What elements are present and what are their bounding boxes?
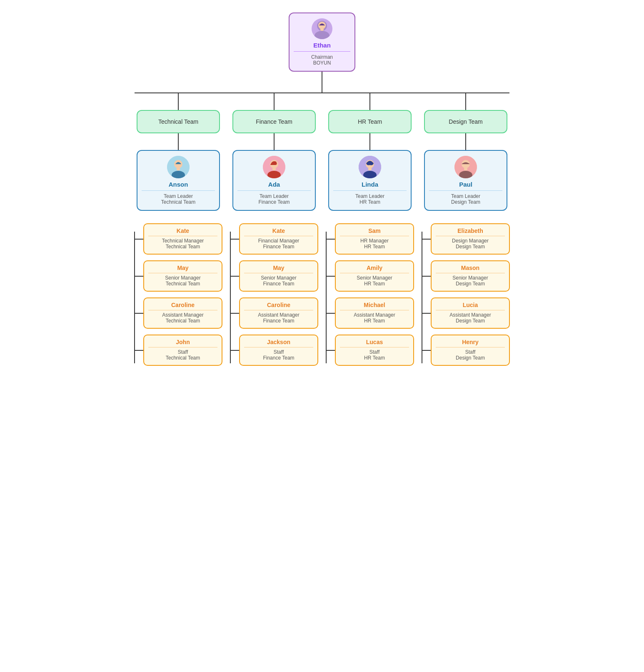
leader-node-ada: Ada Team Leader Finance Team	[232, 150, 316, 211]
staff-dept: HR Team	[340, 355, 409, 361]
staff-item: SamHR ManagerHR Team	[335, 223, 414, 255]
staff-name: May	[148, 265, 217, 271]
team-node-hr: HR Team	[328, 110, 412, 133]
staff-node: LucasStaffHR Team	[335, 335, 414, 366]
staff-tick	[134, 350, 143, 351]
staff-list-hr: SamHR ManagerHR TeamAmilySenior ManagerH…	[335, 223, 414, 366]
team-label-finance: Finance Team	[256, 118, 292, 125]
staff-tick	[230, 350, 239, 351]
staff-node: SamHR ManagerHR Team	[335, 223, 414, 255]
staff-tick	[230, 313, 239, 314]
staff-dept: Technical Team	[148, 281, 217, 287]
staff-tick	[326, 313, 335, 314]
staff-divider	[148, 236, 217, 236]
staff-section-technical: KateTechnical ManagerTechnical TeamMaySe…	[134, 223, 222, 372]
staff-node: MaySenior ManagerTechnical Team	[143, 260, 222, 292]
avatar	[312, 18, 332, 39]
svg-point-1	[315, 31, 329, 39]
leader-node-paul: Paul Team Leader Design Team	[424, 150, 507, 211]
leader-role-ada: Team Leader	[237, 193, 311, 199]
staff-tick	[230, 239, 239, 240]
team-node-finance: Finance Team	[232, 110, 316, 133]
vline-h1	[369, 93, 370, 110]
team-label-technical: Technical Team	[158, 118, 198, 125]
staff-name: Lucas	[340, 339, 409, 345]
staff-node: AmilySenior ManagerHR Team	[335, 260, 414, 292]
staff-section-finance: KateFinancial ManagerFinance TeamMaySeni…	[230, 223, 318, 372]
staff-item: ElizabethDesign ManagerDesign Team	[431, 223, 510, 255]
root-section: Ethan Chairman BOYUN	[289, 12, 355, 92]
staff-role: Senior Manager	[244, 275, 313, 281]
staff-name: Elizabeth	[436, 227, 505, 234]
staff-role: Financial Manager	[244, 238, 313, 244]
svg-rect-10	[272, 167, 276, 170]
staff-name: Michael	[340, 302, 409, 308]
staff-item: JohnStaffTechnical Team	[143, 335, 222, 366]
staff-node: CarolineAssistant ManagerFinance Team	[239, 297, 318, 329]
staff-dept: Finance Team	[244, 281, 313, 287]
staff-divider	[340, 310, 409, 310]
staff-role: Staff	[340, 349, 409, 355]
staff-divider	[436, 236, 505, 236]
staff-divider	[340, 347, 409, 347]
staff-list-technical: KateTechnical ManagerTechnical TeamMaySe…	[143, 223, 222, 366]
root-vline	[322, 72, 322, 92]
staff-node: KateTechnical ManagerTechnical Team	[143, 223, 222, 255]
level1-hline	[135, 92, 509, 93]
staff-item: MaySenior ManagerFinance Team	[239, 260, 318, 292]
staff-name: May	[244, 265, 313, 271]
staff-name: Caroline	[244, 302, 313, 308]
staff-dept: Finance Team	[244, 244, 313, 250]
staff-node: LuciaAssistant ManagerDesign Team	[431, 297, 510, 329]
staff-tick	[230, 276, 239, 277]
leader-node-linda: Linda Team Leader HR Team	[328, 150, 412, 211]
branch-technical: Technical Team Anson	[135, 93, 222, 372]
staff-divider	[244, 310, 313, 310]
team-label-design: Design Team	[449, 118, 482, 125]
staff-role: Senior Manager	[148, 275, 217, 281]
branch-design: Design Team Paul Te	[422, 93, 509, 372]
staff-node: MaySenior ManagerFinance Team	[239, 260, 318, 292]
staff-tick	[326, 276, 335, 277]
staff-node: CarolineAssistant ManagerTechnical Team	[143, 297, 222, 329]
staff-tick	[326, 350, 335, 351]
staff-tick	[134, 313, 143, 314]
svg-rect-14	[368, 167, 372, 170]
staff-vline-finance	[230, 232, 231, 363]
staff-list-finance: KateFinancial ManagerFinance TeamMaySeni…	[239, 223, 318, 366]
staff-list-design: ElizabethDesign ManagerDesign TeamMasonS…	[431, 223, 510, 366]
vline-f1	[274, 93, 275, 110]
leader-name-paul: Paul	[429, 181, 502, 188]
staff-role: HR Manager	[340, 238, 409, 244]
staff-dept: Design Team	[436, 355, 505, 361]
staff-divider	[436, 273, 505, 273]
staff-vline-hr	[326, 232, 327, 363]
staff-name: John	[148, 339, 217, 345]
staff-item: CarolineAssistant ManagerFinance Team	[239, 297, 318, 329]
leader-dept-anson: Technical Team	[142, 199, 215, 205]
staff-node: MichaelAssistant ManagerHR Team	[335, 297, 414, 329]
staff-node: HenryStaffDesign Team	[431, 335, 510, 366]
branch-hr: HR Team Linda Team	[326, 93, 414, 372]
staff-role: Staff	[436, 349, 505, 355]
staff-divider	[244, 236, 313, 236]
staff-role: Staff	[148, 349, 217, 355]
staff-name: Amily	[340, 265, 409, 271]
staff-dept: Finance Team	[244, 355, 313, 361]
staff-role: Assistant Manager	[148, 312, 217, 318]
staff-role: Design Manager	[436, 238, 505, 244]
staff-divider	[436, 347, 505, 347]
staff-item: MichaelAssistant ManagerHR Team	[335, 297, 414, 329]
staff-name: Caroline	[148, 302, 217, 308]
staff-dept: Finance Team	[244, 318, 313, 324]
leader-dept-paul: Design Team	[429, 199, 502, 205]
root-divider	[294, 51, 350, 52]
avatar-linda	[359, 156, 381, 178]
staff-item: AmilySenior ManagerHR Team	[335, 260, 414, 292]
staff-section-design: ElizabethDesign ManagerDesign TeamMasonS…	[422, 223, 510, 372]
vline-d1	[465, 93, 466, 110]
svg-rect-3	[320, 28, 324, 31]
staff-item: MasonSenior ManagerDesign Team	[431, 260, 510, 292]
leader-role-anson: Team Leader	[142, 193, 215, 199]
leader-role-linda: Team Leader	[333, 193, 407, 199]
